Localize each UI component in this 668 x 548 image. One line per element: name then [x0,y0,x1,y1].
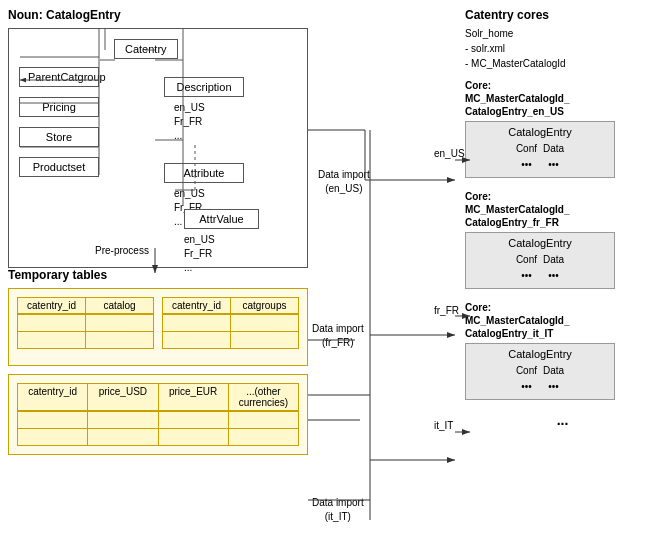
core-box-fr: CatalogEntry Conf ••• Data ••• [465,232,615,289]
table1-r2c2 [86,332,153,348]
pricing-box: Pricing [19,97,99,117]
table1-r1c1 [18,315,86,331]
core-box-en: CatalogEntry Conf ••• Data ••• [465,121,615,178]
pre-process-label: Pre-process [95,245,149,256]
table3-row1 [18,411,298,428]
table3-r1c4 [229,412,298,428]
core-box-en-title: CatalogEntry [474,126,606,138]
table1-r1c2 [86,315,153,331]
temp-table-1-header: catentry_id catalog [18,298,153,314]
col-catentry-id-1: catentry_id [18,298,86,313]
col-other-currencies: ...(other currencies) [229,384,298,410]
temp-section: Temporary tables catentry_id catalog [8,268,318,455]
core-label-it: Core: MC_MasterCatalogId_ CatalogEntry_i… [465,301,660,340]
table2-r1c1 [163,315,231,331]
core-block-fr: Core: MC_MasterCatalogId_ CatalogEntry_f… [465,190,660,289]
temp-title: Temporary tables [8,268,318,282]
data-import-en-label: Data import (en_US) [318,168,370,196]
data-import-it-label: Data import (it_IT) [312,496,364,524]
core-box-fr-inner: Conf ••• Data ••• [474,252,606,284]
store-box: Store [19,127,99,147]
productset-box: Productset [19,157,99,177]
col-catentry-id-3: catentry_id [18,384,88,410]
cores-section: Catentry cores Solr_home - solr.xml - MC… [465,8,660,434]
core-col-it-1: Conf ••• [516,363,537,395]
table3-r1c3 [159,412,229,428]
noun-section: Noun: CatalogEntry Catentry ParentCatgro… [8,8,318,268]
cores-title: Catentry cores [465,8,660,22]
temp-table-3: catentry_id price_USD price_EUR ...(othe… [17,383,299,446]
temp-table-2-header: catentry_id catgroups [163,298,298,314]
lang-tag-en: en_US [434,148,465,159]
solr-info: Solr_home - solr.xml - MC_MasterCatalogI… [465,26,660,71]
description-langs: en_US Fr_FR ... [174,101,244,143]
temp-table-2: catentry_id catgroups [162,297,299,349]
table3-r2c1 [18,429,88,445]
table3-r1c1 [18,412,88,428]
core-box-it: CatalogEntry Conf ••• Data ••• [465,343,615,400]
col-catgroups: catgroups [231,298,298,313]
cores-bottom-dots: ... [465,412,660,428]
core-block-it: Core: MC_MasterCatalogId_ CatalogEntry_i… [465,301,660,400]
core-col-fr-2: Data ••• [543,252,564,284]
diagram-container: Noun: CatalogEntry Catentry ParentCatgro… [0,0,668,548]
table2-row1 [163,314,298,331]
core-box-fr-title: CatalogEntry [474,237,606,249]
attribute-box: Attribute [164,163,244,183]
core-col-en-2: Data ••• [543,141,564,173]
core-box-en-inner: Conf ••• Data ••• [474,141,606,173]
temp-table-1: catentry_id catalog [17,297,154,349]
core-col-fr-1: Conf ••• [516,252,537,284]
table3-r2c3 [159,429,229,445]
table2-row2 [163,331,298,348]
core-block-en: Core: MC_MasterCatalogId_ CatalogEntry_e… [465,79,660,178]
col-catentry-id-2: catentry_id [163,298,231,313]
table1-row2 [18,331,153,348]
core-label-en: Core: MC_MasterCatalogId_ CatalogEntry_e… [465,79,660,118]
temp-row-top: catentry_id catalog catentry_id [17,297,299,349]
col-price-eur: price_EUR [159,384,229,410]
temp-outer-top: catentry_id catalog catentry_id [8,288,308,366]
core-col-it-2: Data ••• [543,363,564,395]
description-group: Description en_US Fr_FR ... [164,77,244,143]
attrvalue-group: AttrValue en_US Fr_FR ... [174,199,259,275]
table1-r2c1 [18,332,86,348]
table3-r2c4 [229,429,298,445]
table2-r2c2 [231,332,298,348]
table2-r2c1 [163,332,231,348]
lang-tag-fr: fr_FR [434,305,459,316]
description-box: Description [164,77,244,97]
core-box-it-title: CatalogEntry [474,348,606,360]
col-catalog: catalog [86,298,153,313]
left-items: ParentCatgroup Pricing Store Productset [19,67,99,177]
catentry-box: Catentry [114,39,178,59]
noun-title: Noun: CatalogEntry [8,8,318,22]
parent-catgroup-box: ParentCatgroup [19,67,99,87]
lang-tag-it: it_IT [434,420,453,431]
data-import-fr-label: Data import (fr_FR) [312,322,364,350]
noun-box: Catentry ParentCatgroup Pricing Store Pr… [8,28,308,268]
table3-r2c2 [88,429,158,445]
table2-r1c2 [231,315,298,331]
core-col-en-1: Conf ••• [516,141,537,173]
core-label-fr: Core: MC_MasterCatalogId_ CatalogEntry_f… [465,190,660,229]
col-price-usd: price_USD [88,384,158,410]
table1-row1 [18,314,153,331]
temp-outer-bottom: catentry_id price_USD price_EUR ...(othe… [8,374,308,455]
table3-row2 [18,428,298,445]
table3-r1c2 [88,412,158,428]
attrvalue-box: AttrValue [184,209,259,229]
temp-table-3-header: catentry_id price_USD price_EUR ...(othe… [18,384,298,411]
core-box-it-inner: Conf ••• Data ••• [474,363,606,395]
